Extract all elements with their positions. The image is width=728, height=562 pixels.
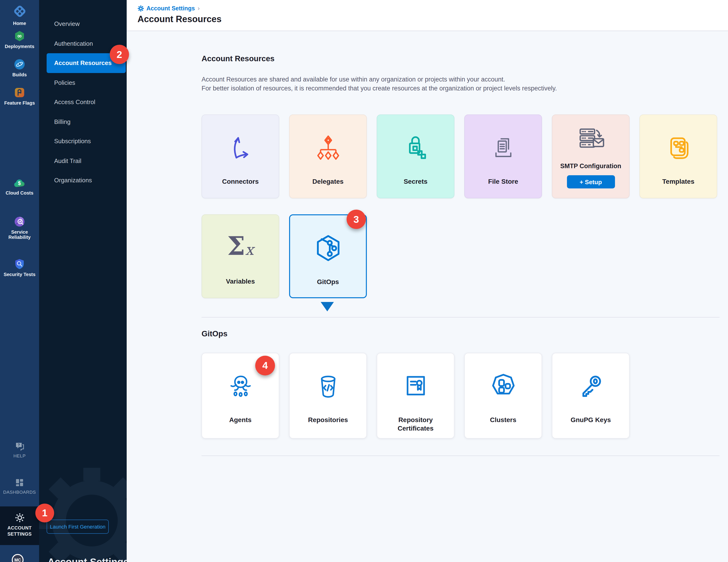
security-tests-icon <box>0 258 39 270</box>
settings-sidebar: Overview Authentication Account Resource… <box>39 0 127 562</box>
card-label: Secrets <box>404 177 427 185</box>
gear-icon <box>138 5 144 12</box>
card-label: Delegates <box>312 177 344 185</box>
breadcrumb-link[interactable]: Account Settings <box>146 5 195 12</box>
card-smtp-configuration[interactable]: SMTP Configuration + Setup <box>552 114 630 198</box>
rail-label: Feature Flags <box>0 100 39 105</box>
page-title: Account Resources <box>138 14 728 24</box>
annotation-badge-1: 1 <box>35 504 54 522</box>
main-area: Account Settings › Account Resources Acc… <box>127 0 728 562</box>
gitops-cards-row: Agents Repositories <box>202 353 720 439</box>
menu-item-policies[interactable]: Policies <box>39 73 127 92</box>
card-secrets[interactable]: Secrets <box>377 114 454 198</box>
annotation-badge-2: 2 <box>110 45 129 64</box>
card-connectors[interactable]: Connectors <box>202 114 279 198</box>
page-header: Account Settings › Account Resources <box>127 0 728 31</box>
card-label: GitOps <box>317 277 339 286</box>
sigma-x-glyph: Σx <box>227 221 254 274</box>
rail-label: Deployments <box>0 44 39 49</box>
gitops-section-title: GitOps <box>202 329 720 339</box>
sidebar-item-cloud-costs[interactable]: $ Cloud Costs <box>0 178 39 195</box>
certificate-icon <box>401 359 430 414</box>
sidebar-item-deployments[interactable]: ∞ Deployments <box>0 30 39 49</box>
section-title: Account Resources <box>202 31 720 64</box>
avatar-initials: MC <box>14 558 21 562</box>
harness-logo-icon <box>0 4 39 19</box>
smtp-setup-button[interactable]: + Setup <box>567 175 615 188</box>
card-clusters[interactable]: Clusters <box>464 353 542 439</box>
gitops-hexagon-icon <box>313 222 343 274</box>
gear-icon <box>0 513 39 523</box>
card-label: Variables <box>226 277 255 286</box>
service-reliability-icon <box>0 216 39 227</box>
resource-cards-row-1: Connectors <box>202 114 720 198</box>
templates-icon <box>665 121 692 174</box>
menu-item-billing[interactable]: Billing <box>39 112 127 131</box>
sidebar-item-security-tests[interactable]: Security Tests <box>0 258 39 277</box>
rail-label: Builds <box>0 72 39 77</box>
argo-squid-icon <box>226 359 255 414</box>
annotation-badge-3: 3 <box>347 210 366 229</box>
app-window: Home ∞ Deployments Builds <box>0 0 728 562</box>
menu-item-overview[interactable]: Overview <box>39 14 127 34</box>
card-gnupg-keys[interactable]: GnuPG Keys <box>552 353 630 439</box>
rail-label: Service Reliability <box>0 229 39 240</box>
sidebar-bottom-title: Account Settings <box>48 556 127 562</box>
card-label: SMTP Configuration <box>560 162 621 170</box>
connectors-icon <box>226 121 255 174</box>
section-divider-bottom <box>202 456 720 456</box>
module-rail: Home ∞ Deployments Builds <box>0 0 39 562</box>
dashboards-icon <box>0 478 39 488</box>
rail-label: Home <box>0 21 39 26</box>
card-file-store[interactable]: File Store <box>464 114 542 198</box>
selection-pointer-triangle <box>321 302 334 312</box>
launch-first-generation-button[interactable]: Launch First Generation <box>47 520 109 534</box>
card-templates[interactable]: Templates <box>639 114 717 198</box>
card-label: File Store <box>488 177 518 185</box>
rail-label: DASHBOARDS <box>0 489 39 495</box>
clusters-heptagon-icon <box>489 359 518 414</box>
rail-label: Security Tests <box>0 272 39 277</box>
rail-label: HELP <box>0 453 39 458</box>
sidebar-item-home[interactable]: Home <box>0 4 39 26</box>
sidebar-item-account-settings[interactable]: ACCOUNT SETTINGS <box>0 506 39 545</box>
card-repository-certificates[interactable]: Repository Certificates <box>377 353 454 439</box>
cloud-costs-icon: $ <box>0 178 39 188</box>
annotation-badge-4: 4 <box>255 356 275 376</box>
sidebar-item-service-reliability[interactable]: Service Reliability <box>0 216 39 240</box>
menu-item-organizations[interactable]: Organizations <box>39 170 127 190</box>
card-label: GnuPG Keys <box>570 416 611 424</box>
repositories-bucket-icon <box>314 359 342 414</box>
breadcrumb-separator: › <box>198 5 200 12</box>
card-label: Clusters <box>490 416 516 424</box>
builds-icon <box>0 58 39 70</box>
sidebar-item-feature-flags[interactable]: Feature Flags <box>0 87 39 105</box>
card-delegates[interactable]: Delegates <box>289 114 367 198</box>
card-variables[interactable]: Σx Variables <box>202 214 279 298</box>
svg-text:∞: ∞ <box>17 32 22 39</box>
secrets-icon <box>402 121 429 174</box>
card-label: Repositories <box>308 416 348 424</box>
card-label: Repository Certificates <box>385 416 446 433</box>
svg-text:?: ? <box>17 443 20 447</box>
sidebar-item-dashboards[interactable]: DASHBOARDS <box>0 478 39 495</box>
card-repositories[interactable]: Repositories <box>289 353 367 439</box>
content-area: Account Resources Account Resources are … <box>127 31 728 562</box>
rail-label: SETTINGS <box>0 531 39 537</box>
delegates-icon <box>314 121 342 174</box>
menu-item-audit-trail[interactable]: Audit Trail <box>39 151 127 170</box>
card-label: Agents <box>229 416 252 424</box>
sidebar-item-builds[interactable]: Builds <box>0 58 39 77</box>
sidebar-item-help[interactable]: ? HELP <box>0 442 39 458</box>
avatar[interactable]: MC <box>12 554 24 562</box>
menu-item-subscriptions[interactable]: Subscriptions <box>39 131 127 151</box>
breadcrumb: Account Settings › <box>138 5 728 12</box>
svg-text:$: $ <box>18 180 21 186</box>
menu-item-access-control[interactable]: Access Control <box>39 92 127 112</box>
smtp-servers-icon <box>575 120 606 160</box>
card-label: Templates <box>662 177 694 185</box>
file-store-icon <box>489 121 517 174</box>
key-icon <box>577 359 605 414</box>
feature-flags-icon <box>0 87 39 98</box>
rail-label: ACCOUNT <box>0 525 39 531</box>
